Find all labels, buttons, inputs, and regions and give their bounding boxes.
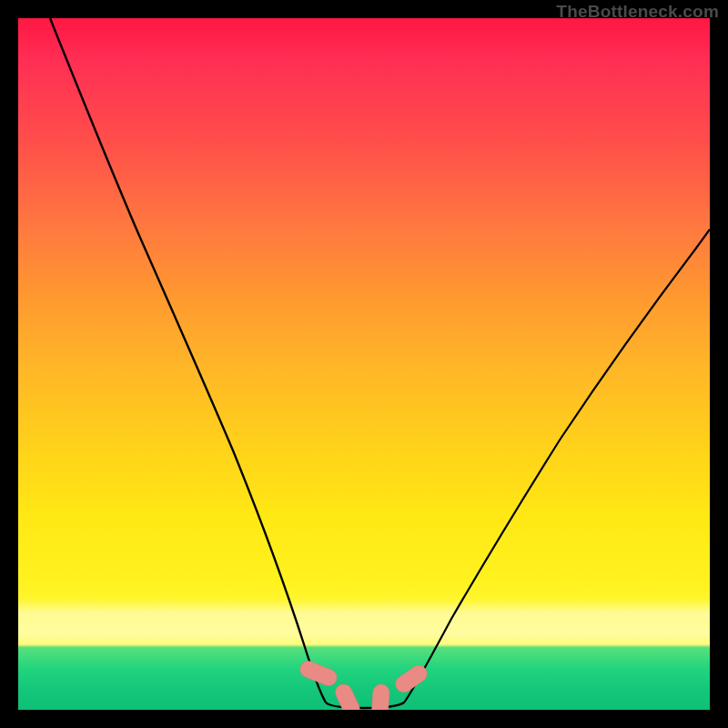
curve-left-branch: [50, 18, 326, 703]
curve-right-branch: [404, 229, 710, 703]
mid-marker-2: [370, 683, 389, 710]
outer-frame: TheBottleneck.com: [0, 0, 728, 728]
plot-area: [18, 18, 710, 710]
curve-valley: [326, 703, 404, 708]
left-marker: [298, 659, 339, 688]
watermark-text: TheBottleneck.com: [556, 2, 719, 22]
bottleneck-curve: [18, 18, 710, 710]
